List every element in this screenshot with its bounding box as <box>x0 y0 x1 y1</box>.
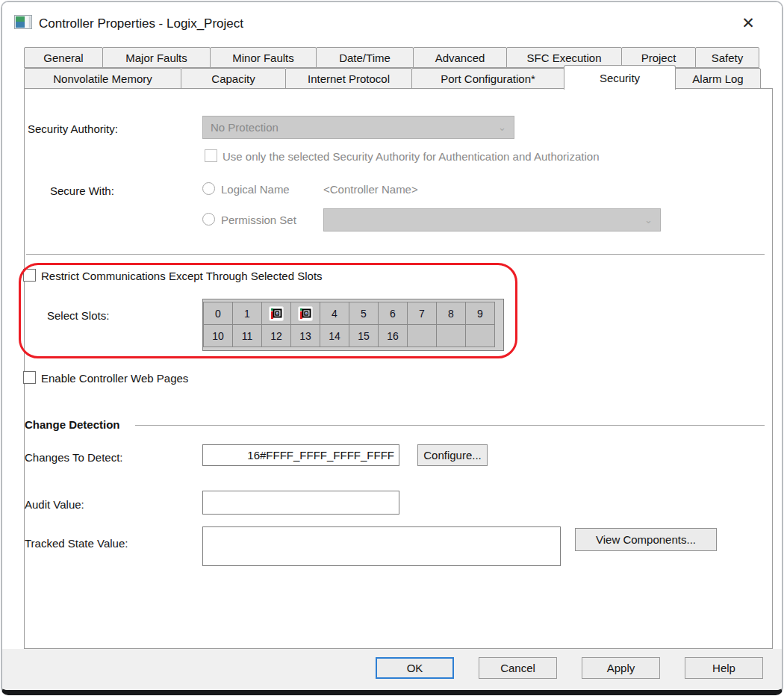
select-slots-label: Select Slots: <box>47 309 109 322</box>
group-divider <box>135 425 765 426</box>
tab-major-faults[interactable]: Major Faults <box>102 47 211 68</box>
security-authority-label: Security Authority: <box>28 122 118 135</box>
slot-cell[interactable]: 13 <box>291 325 320 347</box>
slot-cell[interactable]: 11 <box>233 325 261 347</box>
secure-with-label: Secure With: <box>50 184 114 197</box>
cancel-button[interactable]: Cancel <box>479 657 557 679</box>
slot-cell[interactable]: 12 <box>262 325 290 347</box>
tab-security[interactable]: Security <box>564 65 676 90</box>
slot-cell[interactable] <box>291 302 320 324</box>
audit-value-field[interactable] <box>202 491 399 515</box>
slot-cell[interactable] <box>408 325 436 347</box>
tab-row-2: Nonvolatile MemoryCapacityInternet Proto… <box>24 68 760 89</box>
title-bar: Controller Properties - Logix_Project ✕ <box>2 2 782 45</box>
view-components-button[interactable]: View Components... <box>575 528 717 551</box>
logical-name-label: Logical Name <box>221 183 290 196</box>
slot-cell[interactable] <box>262 302 290 324</box>
restrict-communications-checkbox[interactable] <box>23 269 36 282</box>
slot-cell[interactable]: 15 <box>349 325 378 347</box>
configure-button[interactable]: Configure... <box>417 444 488 466</box>
changes-to-detect-field[interactable]: 16#FFFF_FFFF_FFFF_FFFF <box>202 444 399 466</box>
tab-alarm-log[interactable]: Alarm Log <box>675 68 761 89</box>
module-icon <box>269 306 284 321</box>
dialog-title: Controller Properties - Logix_Project <box>39 16 243 31</box>
tab-safety[interactable]: Safety <box>695 47 759 68</box>
tab-general[interactable]: General <box>24 47 103 68</box>
chevron-down-icon: ⌄ <box>644 214 653 226</box>
permission-set-select[interactable]: ⌄ <box>323 208 661 232</box>
slot-cell[interactable] <box>466 325 494 347</box>
change-detection-heading: Change Detection <box>25 418 120 431</box>
slot-cell[interactable]: 0 <box>204 302 232 324</box>
module-icon <box>298 306 313 321</box>
slot-grid[interactable]: 0145678910111213141516 <box>202 299 504 351</box>
section-divider <box>26 254 765 255</box>
slot-cell[interactable]: 4 <box>320 302 349 324</box>
controller-name-value: <Controller Name> <box>323 183 418 196</box>
chevron-down-icon: ⌄ <box>498 122 506 133</box>
restrict-communications-label: Restrict Communications Except Through S… <box>41 270 323 282</box>
help-button[interactable]: Help <box>685 657 763 679</box>
tab-advanced[interactable]: Advanced <box>413 47 507 68</box>
apply-button[interactable]: Apply <box>582 657 660 679</box>
tab-nonvolatile-memory[interactable]: Nonvolatile Memory <box>24 68 181 89</box>
enable-web-pages-checkbox[interactable] <box>23 371 36 384</box>
slot-cell[interactable]: 14 <box>320 325 349 347</box>
slot-cell[interactable]: 6 <box>379 302 407 324</box>
close-icon[interactable]: ✕ <box>735 11 761 35</box>
use-only-authority-label: Use only the selected Security Authority… <box>223 150 599 163</box>
tab-internet-protocol[interactable]: Internet Protocol <box>285 68 412 89</box>
controller-properties-dialog: Controller Properties - Logix_Project ✕ … <box>1 1 783 695</box>
permission-set-radio[interactable] <box>202 213 215 226</box>
slot-cell[interactable] <box>437 325 465 347</box>
audit-value-label: Audit Value: <box>25 498 84 511</box>
use-only-authority-checkbox[interactable] <box>205 149 217 162</box>
slot-cell[interactable]: 8 <box>437 302 465 324</box>
slot-cell[interactable]: 16 <box>379 325 407 347</box>
slot-grid-cells: 0145678910111213141516 <box>203 302 495 347</box>
window-icon <box>14 15 32 29</box>
enable-web-pages-label: Enable Controller Web Pages <box>41 372 188 385</box>
ok-button[interactable]: OK <box>376 657 454 679</box>
changes-to-detect-label: Changes To Detect: <box>25 451 122 464</box>
permission-set-label: Permission Set <box>221 214 296 226</box>
slot-cell[interactable]: 1 <box>233 302 261 324</box>
tracked-state-value-label: Tracked State Value: <box>25 537 128 550</box>
slot-cell[interactable]: 5 <box>349 302 378 324</box>
tab-date-time[interactable]: Date/Time <box>316 47 414 68</box>
slot-cell[interactable]: 9 <box>466 302 494 324</box>
slot-cell[interactable]: 7 <box>408 302 436 324</box>
tab-minor-faults[interactable]: Minor Faults <box>210 47 317 68</box>
tracked-state-value-field[interactable] <box>202 526 561 566</box>
slot-cell[interactable]: 10 <box>204 325 232 347</box>
security-authority-value: No Protection <box>211 121 279 134</box>
logical-name-radio[interactable] <box>202 182 215 195</box>
security-authority-select[interactable]: No Protection ⌄ <box>202 116 514 139</box>
tab-port-configuration-[interactable]: Port Configuration* <box>411 68 564 89</box>
tab-capacity[interactable]: Capacity <box>181 68 286 89</box>
